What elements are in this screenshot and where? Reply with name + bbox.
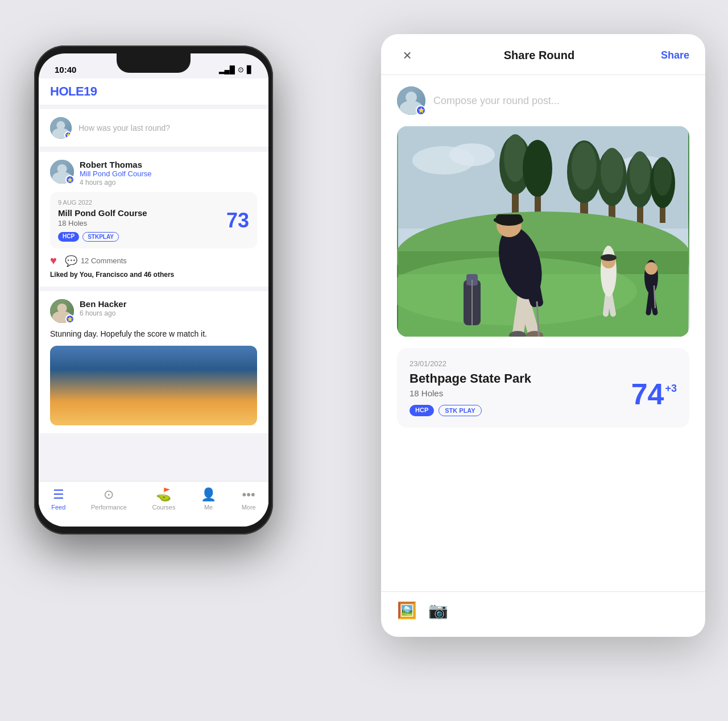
svg-point-14	[630, 151, 650, 194]
gallery-icon[interactable]: 🖼️	[397, 601, 417, 620]
modal-round-tags: HCP STK PLAY	[410, 405, 531, 416]
phone-content: HOLE19 ⭐ How was your last round?	[39, 78, 268, 481]
round-details-card[interactable]: 9 AUG 2022 Mill Pond Golf Course 18 Hole…	[50, 192, 257, 248]
nav-performance-label: Performance	[91, 504, 127, 511]
nav-feed[interactable]: ☰ Feed	[51, 487, 65, 511]
post-prompt-bar[interactable]: ⭐ How was your last round?	[39, 109, 268, 147]
ben-badge: ⭐	[65, 314, 75, 324]
courses-nav-icon: ⛳	[156, 487, 171, 502]
nav-feed-label: Feed	[51, 504, 65, 511]
svg-point-8	[572, 142, 597, 190]
modal-round-name: Bethpage State Park	[410, 371, 531, 386]
premium-badge: ⭐	[64, 131, 72, 139]
modal-tag-hcp: HCP	[410, 405, 434, 416]
share-round-modal: × Share Round Share ⭐ Compose your round…	[381, 34, 705, 637]
svg-point-17	[653, 157, 672, 196]
round-date: 9 AUG 2022	[58, 199, 147, 206]
bottom-nav: ☰ Feed ⊙ Performance ⛳ Courses 👤 Me •••	[39, 481, 268, 527]
robert-avatar: ⭐	[50, 160, 74, 184]
robert-info: Robert Thomas Mill Pond Golf Course 4 ho…	[80, 160, 257, 187]
modal-header: × Share Round Share	[381, 34, 705, 75]
round-course-name: Mill Pond Golf Course	[58, 208, 147, 218]
svg-point-11	[601, 148, 623, 193]
svg-point-48	[601, 254, 617, 261]
modal-toolbar: 🖼️ 📷	[381, 591, 705, 637]
status-time: 10:40	[55, 65, 76, 74]
round-holes: 18 Holes	[58, 219, 147, 227]
nav-more[interactable]: ••• More	[242, 487, 256, 511]
nav-performance[interactable]: ⊙ Performance	[91, 487, 127, 511]
nav-me-label: Me	[204, 504, 213, 511]
app-logo: HOLE19	[50, 84, 97, 99]
modal-title: Share Round	[504, 49, 574, 62]
robert-name: Robert Thomas	[80, 160, 257, 169]
golf-scene-svg	[397, 126, 689, 337]
app-header: HOLE19	[39, 78, 268, 105]
performance-nav-icon: ⊙	[104, 487, 114, 502]
nav-more-label: More	[242, 504, 256, 511]
modal-score-wrap: 74 +3	[631, 379, 677, 409]
compose-avatar-badge: ⭐	[416, 105, 426, 115]
modal-round-diff: +3	[665, 383, 677, 395]
comments-count: 12 Comments	[81, 256, 127, 265]
nav-courses-label: Courses	[152, 504, 176, 511]
prompt-avatar: ⭐	[50, 117, 72, 139]
camera-icon[interactable]: 📷	[428, 601, 448, 620]
comment-icon: 💬	[65, 255, 77, 267]
signal-icon: ▂▄█	[219, 65, 235, 74]
card-actions: ♥ 💬 12 Comments	[50, 254, 257, 267]
modal-round-card[interactable]: 23/01/2022 Bethpage State Park 18 Holes …	[397, 348, 689, 428]
me-nav-icon: 👤	[201, 487, 216, 502]
ben-info: Ben Hacker 6 hours ago	[80, 299, 257, 317]
feed-card-header: ⭐ Robert Thomas Mill Pond Golf Course 4 …	[50, 160, 257, 187]
liked-by-text: Liked by You, Francisco and 46 others	[50, 271, 257, 279]
modal-body: ⭐ Compose your round post...	[381, 75, 705, 591]
round-info: 9 AUG 2022 Mill Pond Golf Course 18 Hole…	[58, 199, 147, 242]
round-score-row: 9 AUG 2022 Mill Pond Golf Course 18 Hole…	[58, 199, 249, 242]
golf-course-photo	[397, 126, 689, 337]
robert-course[interactable]: Mill Pond Golf Course	[80, 169, 257, 178]
svg-rect-35	[494, 218, 502, 222]
feed-card-robert: ⭐ Robert Thomas Mill Pond Golf Course 4 …	[39, 152, 268, 287]
svg-point-22	[523, 140, 552, 197]
comment-button[interactable]: 💬 12 Comments	[65, 255, 127, 267]
phone-notch	[117, 53, 191, 73]
phone-device: 10:40 ▂▄█ ⊙ ▊ HOLE19 ⭐	[34, 45, 273, 534]
modal-round-holes: 18 Holes	[410, 388, 531, 398]
svg-point-46	[601, 246, 617, 297]
phone-screen: 10:40 ▂▄█ ⊙ ▊ HOLE19 ⭐	[39, 53, 268, 527]
post-prompt-text: How was your last round?	[78, 123, 170, 132]
round-tags: HCP STKPLAY	[58, 232, 147, 242]
modal-round-date: 23/01/2022	[410, 359, 677, 368]
modal-round-left: Bethpage State Park 18 Holes HCP STK PLA…	[410, 371, 531, 416]
ben-post-text: Stunning day. Hopefuly the score w match…	[50, 329, 257, 340]
phone-frame: 10:40 ▂▄█ ⊙ ▊ HOLE19 ⭐	[34, 45, 273, 534]
ben-name: Ben Hacker	[80, 299, 257, 309]
robert-time: 4 hours ago	[80, 179, 257, 187]
like-button[interactable]: ♥	[50, 254, 57, 267]
nav-courses[interactable]: ⛳ Courses	[152, 487, 176, 511]
close-button[interactable]: ×	[397, 47, 417, 64]
nav-me[interactable]: 👤 Me	[201, 487, 216, 511]
compose-avatar: ⭐	[397, 86, 425, 115]
tag-hcp: HCP	[58, 232, 79, 242]
modal-tag-stkplay: STK PLAY	[439, 405, 481, 416]
liked-by-content: Liked by You, Francisco and 46 others	[50, 271, 174, 279]
svg-point-3	[449, 143, 495, 166]
more-nav-icon: •••	[242, 487, 255, 502]
ben-avatar: ⭐	[50, 299, 74, 323]
svg-point-52	[645, 262, 657, 275]
battery-icon: ▊	[247, 65, 253, 74]
feed-card-ben: ⭐ Ben Hacker 6 hours ago Stunning day. H…	[39, 291, 268, 433]
compose-placeholder[interactable]: Compose your round post...	[433, 95, 560, 107]
modal-round-header: Bethpage State Park 18 Holes HCP STK PLA…	[410, 371, 677, 416]
heart-icon: ♥	[50, 254, 57, 267]
compose-row: ⭐ Compose your round post...	[397, 86, 689, 115]
ben-time: 6 hours ago	[80, 309, 257, 317]
ben-post-image	[50, 346, 257, 425]
ben-card-header: ⭐ Ben Hacker 6 hours ago	[50, 299, 257, 323]
tag-stkplay: STKPLAY	[82, 232, 119, 242]
share-button[interactable]: Share	[661, 49, 689, 61]
status-icons: ▂▄█ ⊙ ▊	[219, 65, 253, 74]
wifi-icon: ⊙	[238, 65, 244, 74]
